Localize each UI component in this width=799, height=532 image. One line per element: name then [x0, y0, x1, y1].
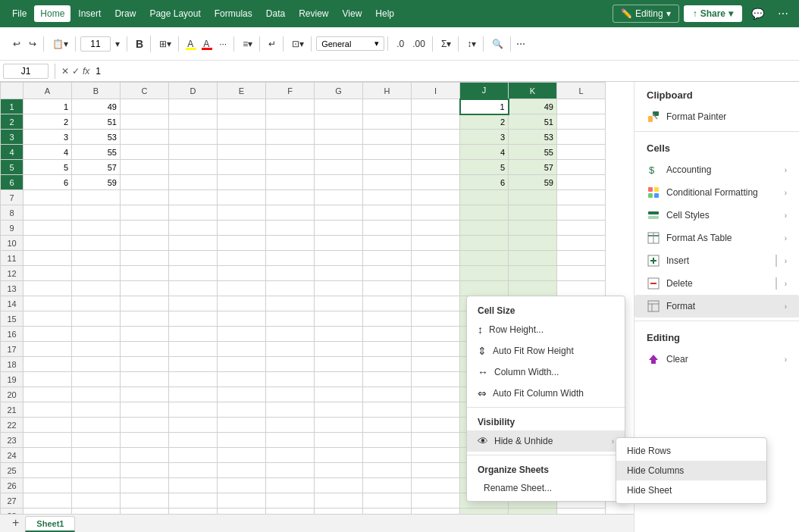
table-row[interactable]: [266, 160, 315, 175]
font-size-input[interactable]: [80, 36, 111, 52]
table-row[interactable]: 57: [72, 160, 121, 175]
table-row[interactable]: [363, 221, 412, 236]
table-row[interactable]: [315, 357, 363, 372]
accounting-item[interactable]: $ Accounting ›: [634, 158, 799, 181]
table-row[interactable]: [315, 160, 363, 175]
table-row[interactable]: [363, 493, 412, 509]
table-row[interactable]: 5: [460, 160, 509, 175]
menu-view[interactable]: View: [337, 5, 368, 22]
table-row[interactable]: 3: [24, 130, 72, 145]
table-row[interactable]: [24, 402, 72, 418]
search-button[interactable]: 🔍: [488, 36, 507, 52]
table-row[interactable]: [121, 221, 169, 236]
table-row[interactable]: [24, 221, 72, 236]
table-row[interactable]: [266, 145, 315, 160]
table-row[interactable]: [72, 190, 121, 205]
table-row[interactable]: [557, 99, 606, 114]
table-row[interactable]: [218, 327, 266, 342]
table-row[interactable]: [266, 251, 315, 266]
row-header-21[interactable]: 21: [1, 402, 24, 418]
table-row[interactable]: [72, 402, 121, 418]
col-header-g[interactable]: G: [315, 83, 363, 99]
table-row[interactable]: [24, 281, 72, 296]
table-row[interactable]: [412, 372, 460, 387]
table-row[interactable]: [460, 221, 509, 236]
table-row[interactable]: [412, 190, 460, 205]
table-row[interactable]: [315, 175, 363, 190]
table-row[interactable]: [412, 311, 460, 327]
table-row[interactable]: [24, 342, 72, 357]
table-row[interactable]: [72, 342, 121, 357]
table-row[interactable]: [121, 236, 169, 251]
table-row[interactable]: [121, 493, 169, 509]
col-header-b[interactable]: B: [72, 83, 121, 99]
table-row[interactable]: [72, 266, 121, 281]
table-row[interactable]: [412, 266, 460, 281]
table-row[interactable]: [24, 266, 72, 281]
table-row[interactable]: [24, 463, 72, 478]
table-row[interactable]: 1: [24, 99, 72, 114]
table-row[interactable]: [72, 448, 121, 463]
col-header-h[interactable]: H: [363, 83, 412, 99]
table-row[interactable]: [218, 387, 266, 402]
table-row[interactable]: [121, 205, 169, 221]
table-row[interactable]: [557, 236, 606, 251]
col-header-a[interactable]: A: [24, 83, 72, 99]
table-row[interactable]: [169, 221, 218, 236]
table-row[interactable]: [412, 130, 460, 145]
table-row[interactable]: [266, 130, 315, 145]
table-row[interactable]: [218, 372, 266, 387]
table-row[interactable]: [24, 478, 72, 493]
table-row[interactable]: [121, 327, 169, 342]
undo-button[interactable]: ↩: [9, 36, 24, 52]
rename-sheet-item[interactable]: Rename Sheet...: [467, 478, 625, 498]
table-row[interactable]: [218, 402, 266, 418]
table-row[interactable]: [72, 433, 121, 448]
table-row[interactable]: [315, 296, 363, 311]
row-header-5[interactable]: 5: [1, 160, 24, 175]
table-row[interactable]: [218, 175, 266, 190]
table-row[interactable]: [121, 402, 169, 418]
table-row[interactable]: [121, 145, 169, 160]
table-row[interactable]: [266, 478, 315, 493]
table-row[interactable]: [169, 387, 218, 402]
table-row[interactable]: [24, 387, 72, 402]
table-row[interactable]: [412, 478, 460, 493]
more-toolbar-button[interactable]: ⋯: [512, 36, 529, 52]
table-row[interactable]: [315, 236, 363, 251]
table-row[interactable]: [460, 236, 509, 251]
table-row[interactable]: [169, 433, 218, 448]
table-row[interactable]: [218, 130, 266, 145]
sheet-tab-sheet1[interactable]: Sheet1: [25, 516, 75, 532]
more-format-button[interactable]: ···: [215, 36, 230, 52]
table-row[interactable]: [24, 327, 72, 342]
row-header-22[interactable]: 22: [1, 418, 24, 433]
table-row[interactable]: [363, 145, 412, 160]
table-row[interactable]: [218, 448, 266, 463]
table-row[interactable]: [218, 433, 266, 448]
table-row[interactable]: [72, 387, 121, 402]
table-row[interactable]: [266, 221, 315, 236]
col-header-e[interactable]: E: [218, 83, 266, 99]
table-row[interactable]: 55: [509, 145, 557, 160]
menu-review[interactable]: Review: [293, 5, 334, 22]
hide-unhide-item[interactable]: 👁 Hide & Unhide ›: [467, 430, 625, 452]
table-row[interactable]: 5: [24, 160, 72, 175]
table-row[interactable]: [169, 190, 218, 205]
row-header-18[interactable]: 18: [1, 357, 24, 372]
table-row[interactable]: [121, 130, 169, 145]
table-row[interactable]: [121, 463, 169, 478]
table-row[interactable]: [218, 478, 266, 493]
table-row[interactable]: [266, 311, 315, 327]
row-header-19[interactable]: 19: [1, 372, 24, 387]
table-row[interactable]: [169, 311, 218, 327]
table-row[interactable]: [24, 493, 72, 509]
table-row[interactable]: [24, 190, 72, 205]
row-header-2[interactable]: 2: [1, 114, 24, 130]
table-row[interactable]: [218, 221, 266, 236]
table-row[interactable]: [169, 251, 218, 266]
table-row[interactable]: [218, 145, 266, 160]
table-row[interactable]: [169, 463, 218, 478]
table-row[interactable]: [363, 402, 412, 418]
table-row[interactable]: [72, 327, 121, 342]
